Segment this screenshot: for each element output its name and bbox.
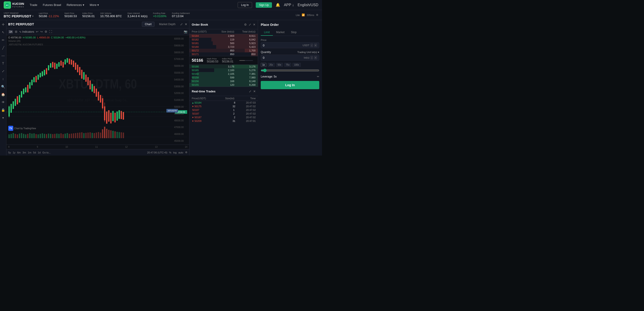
pair-dropdown[interactable]: ▾ [32,15,33,17]
qty-minus-btn[interactable]: - [310,56,313,60]
svg-rect-33 [46,68,47,75]
leverage-edit-icon[interactable]: ✏ [317,75,319,78]
ob-close-icon[interactable]: ✕ [253,23,256,26]
settings-chart-icon[interactable]: ⚙ [44,30,47,33]
redo-icon[interactable]: ↪ [40,30,43,33]
bid-row[interactable]: 501585997,980 [190,76,258,79]
lev-50x[interactable]: 50x [276,63,283,67]
chart-settings-icon[interactable]: ⚙ [185,151,188,154]
leverage-slider[interactable] [261,69,319,72]
ask-row[interactable]: 50171850850 [190,52,258,56]
chart-tab-depth[interactable]: Market Depth [156,22,178,27]
measure-icon[interactable]: ⤢ [1,69,6,74]
bid-row[interactable]: 501561688,148 [190,79,258,83]
tf-1d[interactable]: 1d [38,151,40,154]
tf-1m[interactable]: 1m [28,151,31,154]
login-main-button[interactable]: Log In [261,81,319,89]
candle-type-icon[interactable]: ⊞ [15,30,17,33]
crosshair-icon[interactable]: ✛ [1,22,6,27]
svg-rect-101 [67,133,68,138]
indicators-button[interactable]: ∿ Indicators [19,30,34,33]
price-plus-btn[interactable]: + [314,44,317,47]
lite-mode[interactable]: Lite [296,14,300,17]
login-button[interactable]: Log In [238,2,252,8]
svg-rect-99 [62,134,64,138]
realtime-trades: Real-time Trades ⤢ ✕ Price(USDT) Size(lo… [190,87,258,156]
price-input-wrap[interactable]: USDT - + [261,42,319,48]
chart-tab-chart[interactable]: Chart [142,22,154,27]
bid-row[interactable]: 501652,1005,276 [190,68,258,72]
bell-icon[interactable]: 🔔 [276,3,280,7]
fullscreen-icon[interactable]: ⛶ [49,30,52,33]
bid-row[interactable]: 501602,1057,381 [190,72,258,76]
quantity-input-wrap[interactable]: lot(s) - + [261,55,319,61]
lev-1x[interactable]: 1x [261,63,266,67]
qty-plus-btn[interactable]: + [314,56,317,60]
tf-5y[interactable]: 5y [8,151,11,154]
tf-5d[interactable]: 5d [33,151,36,154]
quantity-input[interactable] [263,56,304,60]
pointer-icon[interactable]: ↖ [1,30,6,35]
signup-button[interactable]: Sign Up [256,2,272,8]
ruler-icon[interactable]: ↕ [1,76,6,81]
app-download[interactable]: APP ↓ [284,3,294,7]
zoom-icon[interactable]: 🔍 [1,84,6,89]
nav-futures-brawl[interactable]: Futures Brawl [43,3,61,7]
text-icon[interactable]: T [1,61,6,66]
pencil-icon[interactable]: ✏ [1,38,6,43]
rt-close-icon[interactable]: ✕ [253,90,256,93]
auto-btn[interactable]: auto [178,151,183,154]
lev-25x[interactable]: 25x [268,63,275,67]
magnet-icon[interactable]: 🏠 [1,92,6,97]
ob-settings-icon[interactable]: ⚙ [244,23,247,26]
nav-trade[interactable]: Trade [30,3,37,7]
price-minus-btn[interactable]: - [310,44,313,47]
tab-stop[interactable]: Stop [288,29,300,36]
tf-1y[interactable]: 1y [13,151,16,154]
svg-rect-67 [112,111,114,121]
language-selector[interactable]: English/USD [298,3,318,7]
ask-row[interactable]: 501815005,923 [190,41,258,45]
svg-text:KC: KC [6,4,9,7]
rt-expand-icon[interactable]: ⤢ [249,90,252,93]
line-icon[interactable]: ╱ [1,45,6,50]
ticker-pair-name[interactable]: BTC PERP/USDT [4,14,31,18]
tab-market[interactable]: Market [273,29,288,36]
ob-expand-icon[interactable]: ⤢ [249,23,251,26]
tab-limit[interactable]: Limit [261,29,273,36]
logo[interactable]: KC KUCOIN FUTURES [4,1,24,9]
close-chart-icon[interactable]: ✕ [185,23,188,26]
bid-row[interactable]: 501551208,268 [190,83,258,87]
arrow-down-icon[interactable]: ▾ [1,115,6,120]
camera-icon[interactable]: 📷 [184,30,188,33]
trading-unit[interactable]: Trading Unit lot(s) ▾ [297,51,319,54]
lev-75x[interactable]: 75x [284,63,291,67]
ask-row[interactable]: 501803,7235,423 [190,45,258,49]
ask-row[interactable]: 501728501,700 [190,49,258,52]
tf-1h[interactable]: 1h [8,30,13,34]
logo-icon: KC [4,1,11,9]
percent-icon[interactable]: % [169,151,172,154]
undo-icon[interactable]: ↩ [36,30,38,33]
price-input[interactable] [263,44,302,47]
nav-more[interactable]: More ▾ [90,3,99,7]
lev-100x[interactable]: 100x [292,63,301,67]
settings-icon[interactable]: ⚙ [316,14,318,17]
hline-icon[interactable]: — [1,53,6,58]
lock-icon[interactable]: 🔒 [1,108,6,113]
chart-canvas[interactable]: O 49796.00 H 50385.00 L 49565.00 C 50184… [6,35,189,145]
ticker-right: Lite 📶 335ms ⚙ [296,14,318,17]
mark-price-detail: Mark Price 50160.53 [207,58,218,63]
tf-6m[interactable]: 6m [17,151,20,154]
quantity-label-row: Quantity Trading Unit lot(s) ▾ [261,51,319,54]
eye-icon[interactable]: 👁 [1,100,6,105]
nav-references[interactable]: References ▾ [66,3,84,7]
expand-icon[interactable]: ⤢ [180,23,183,26]
tf-3m[interactable]: 3m [22,151,26,154]
goto-btn[interactable]: Go to... [42,151,51,154]
ask-row[interactable]: 501842,8698,911 [190,34,258,38]
bid-row[interactable]: 501663,1763,176 [190,65,258,68]
svg-rect-54 [90,81,91,89]
ask-row[interactable]: 501821196,042 [190,38,258,41]
log-btn[interactable]: log [173,151,177,154]
